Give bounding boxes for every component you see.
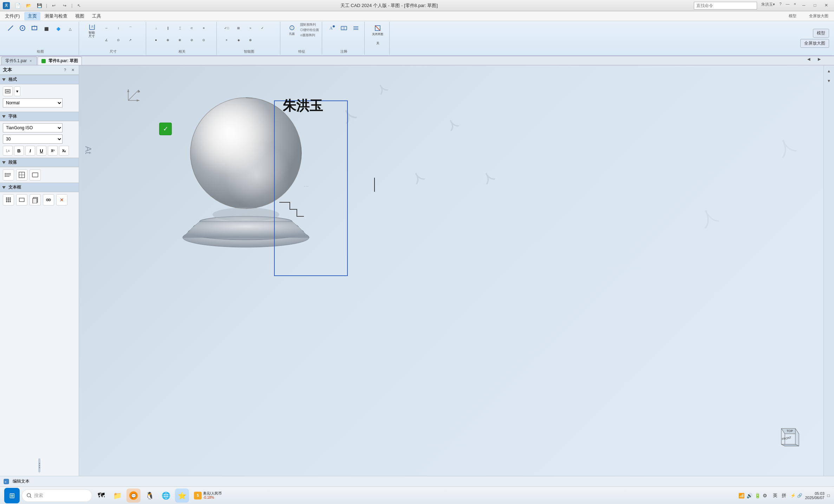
taskbar-search[interactable]: 搜索 [22, 489, 92, 502]
font-size-label-btn[interactable]: La [3, 146, 13, 156]
con-btn8[interactable]: ⊗ [174, 34, 185, 46]
command-search-input[interactable] [694, 2, 757, 9]
dim-btn2[interactable]: ↕ [113, 22, 124, 34]
dim-btn6[interactable]: ↗ [125, 34, 136, 46]
rect-center-btn[interactable] [29, 22, 40, 34]
menu-home[interactable]: 主页 [24, 12, 40, 20]
format-dropdown-arrow[interactable]: ▾ [14, 86, 20, 96]
sg-btn6[interactable]: ◈ [233, 34, 244, 46]
sg-btn1[interactable]: ✓□ [221, 22, 232, 34]
view-cube[interactable]: TOP FRONT [774, 427, 802, 455]
con-btn9[interactable]: ⊘ [186, 34, 197, 46]
lang-en[interactable]: 英 [773, 492, 777, 499]
con-btn10[interactable]: ⊙ [198, 34, 209, 46]
tray-settings[interactable]: ⚙ [763, 493, 767, 498]
menu-tools[interactable]: 工具 [89, 12, 105, 20]
panel-resize-handle[interactable] [38, 458, 40, 472]
close-btn[interactable]: ✕ [821, 2, 831, 9]
subscript-btn[interactable]: X₂ [59, 146, 69, 156]
notification-icon[interactable]: □ [827, 493, 830, 498]
italic-btn[interactable]: I [25, 146, 35, 156]
smart-dim-btn[interactable]: 尺 智能尺寸 [83, 22, 100, 39]
taskbar-clock[interactable]: 05:03 2025/06/07 [805, 491, 825, 500]
quick-redo-btn[interactable]: ↪ [60, 2, 70, 9]
canvas-area[interactable]: ✓ 人 人 人 人 人 At [79, 65, 823, 476]
draw-more-btn2[interactable]: 🔷 [53, 23, 64, 34]
collapse-right-btn[interactable]: ▶ [814, 55, 824, 63]
panel-close-btn[interactable]: ✕ [70, 67, 76, 73]
quick-open-btn[interactable]: 📂 [24, 2, 33, 9]
textframe-section-header[interactable]: 文本框 [0, 183, 79, 192]
fullscreen-btn[interactable]: 全屏放大图 [800, 39, 829, 48]
font-name-select[interactable]: TianGong ISO Arial SimHei [3, 123, 63, 132]
list-btn[interactable] [3, 169, 14, 181]
quick-save-btn[interactable]: 💾 [34, 2, 44, 9]
close-btn-small[interactable]: 关 [373, 39, 382, 47]
doc-tab-2[interactable]: 零件8.par: 草图 [38, 57, 82, 65]
doc-tab-1[interactable]: 零件5.1.par × [1, 57, 37, 65]
doc-tab-1-close[interactable]: × [28, 59, 33, 64]
dim-btn3[interactable]: ⌒ [125, 22, 136, 34]
sg-btn7[interactable]: ⊕ [245, 34, 256, 46]
wifi-icon[interactable]: ⚡ [790, 493, 796, 498]
text-box-para-btn[interactable] [30, 169, 41, 181]
draw-more-btn1[interactable]: ⬛ [41, 23, 52, 34]
close-sketch-btn[interactable]: 关闭草图 [369, 22, 386, 38]
tray-wifi[interactable]: 📶 [738, 493, 744, 498]
model-view-btn[interactable]: 模型 [813, 29, 829, 38]
underline-btn[interactable]: U [37, 146, 46, 156]
font-section-header[interactable]: 字体 [0, 112, 79, 121]
arrange-btn[interactable] [350, 22, 361, 34]
con-btn5[interactable]: ≡ [198, 22, 209, 34]
menu-view[interactable]: 视图 [72, 12, 88, 20]
paragraph-section-header[interactable]: 段落 [0, 158, 79, 167]
line-btn[interactable] [5, 22, 16, 34]
circle-center-btn[interactable] [17, 22, 28, 34]
collapse-left-btn[interactable]: ◀ [804, 55, 814, 63]
superscript-btn[interactable]: X² [48, 146, 58, 156]
right-panel-btn2[interactable]: ▼ [825, 77, 833, 85]
start-button[interactable]: ⊞ [4, 488, 20, 503]
format-section-header[interactable]: 格式 [0, 75, 79, 84]
draw-more-btn3[interactable]: △ [65, 23, 76, 34]
con-btn2[interactable]: ∥ [162, 22, 174, 34]
tf-rect-btn[interactable] [16, 194, 27, 205]
tf-delete-btn[interactable]: ✕ [56, 194, 67, 205]
quick-new-btn[interactable]: 📄 [13, 2, 22, 9]
menu-file[interactable]: 文件(F) [1, 12, 24, 20]
taskbar-app-star[interactable]: ⭐ [175, 489, 189, 503]
style-dropdown[interactable]: Normal Heading 1 Heading 2 [3, 98, 63, 107]
taskbar-app-penguin[interactable]: 🐧 [143, 489, 157, 503]
con-btn1[interactable]: ⟂ [150, 22, 162, 34]
format-icon-btn1[interactable] [3, 86, 13, 96]
font-size-select[interactable]: 30 12 14 18 24 36 48 [3, 135, 63, 144]
tf-copy-btn[interactable] [30, 194, 41, 205]
confirm-btn[interactable]: ✓ [159, 123, 172, 135]
quick-undo-btn[interactable]: ↩ [49, 2, 59, 9]
taskbar-app-qq[interactable]: 💬 [126, 489, 141, 503]
con-btn3[interactable]: ⌶ [174, 22, 185, 34]
input-method[interactable]: 拼 [782, 492, 786, 499]
menu-measure[interactable]: 测量与检查 [41, 12, 71, 20]
sg-btn3[interactable]: ≈ [245, 22, 256, 34]
tf-link-btn[interactable] [43, 194, 54, 205]
tray-battery[interactable]: 🔋 [755, 493, 761, 498]
con-btn6[interactable]: ● [150, 34, 162, 46]
minimize-btn[interactable]: ─ [799, 2, 809, 9]
ribbon-right-btn1[interactable]: 模型 [782, 13, 803, 20]
taskbar-app-browser[interactable]: 🌐 [159, 489, 173, 503]
con-btn7[interactable]: ⊕ [162, 34, 174, 46]
sg-btn5[interactable]: × [221, 34, 232, 46]
tray-volume[interactable]: 🔊 [747, 493, 752, 498]
taskbar-app-files[interactable]: 📁 [110, 489, 124, 503]
sg-btn4[interactable]: ✓ [257, 22, 268, 34]
dim-btn5[interactable]: ⊙ [113, 34, 124, 46]
annotation-btn[interactable]: 注 [338, 22, 350, 34]
canvas-main-text[interactable]: 朱洪玉 [283, 97, 323, 115]
dim-btn1[interactable]: ↔ [101, 22, 112, 34]
network-icon[interactable]: 🔗 [797, 493, 802, 498]
con-btn4[interactable]: ⊂ [186, 22, 197, 34]
dim-btn4[interactable]: ∠ [101, 34, 112, 46]
table-btn[interactable] [16, 169, 27, 181]
tf-grid-btn[interactable] [3, 194, 14, 205]
